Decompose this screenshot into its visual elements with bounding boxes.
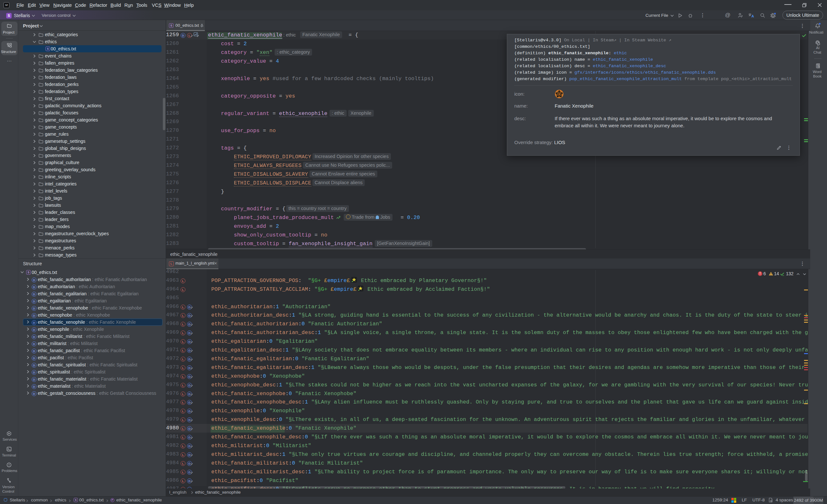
- svg-text:A: A: [751, 14, 754, 18]
- svg-text:A: A: [818, 65, 819, 67]
